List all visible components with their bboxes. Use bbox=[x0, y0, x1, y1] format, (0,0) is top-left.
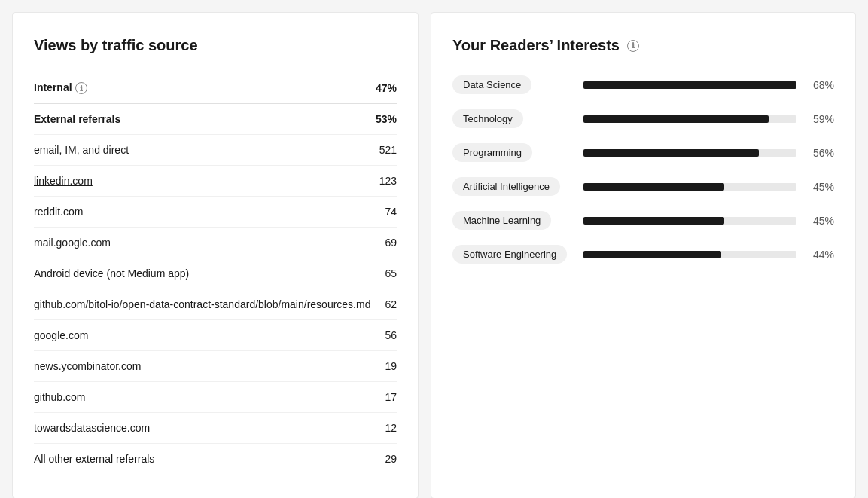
traffic-row: reddit.com74 bbox=[34, 197, 397, 228]
interest-bar-track bbox=[583, 81, 796, 89]
traffic-row: All other external referrals29 bbox=[34, 444, 397, 474]
traffic-label: google.com bbox=[34, 329, 385, 341]
interest-bar-container bbox=[583, 115, 796, 123]
traffic-value: 19 bbox=[385, 360, 397, 372]
interest-bar-container bbox=[583, 183, 796, 191]
interest-bar-fill bbox=[583, 183, 724, 191]
interest-percent-label: 45% bbox=[807, 215, 834, 227]
interest-tag-pill: Technology bbox=[452, 109, 523, 128]
interest-tag-pill: Machine Learning bbox=[452, 211, 551, 230]
traffic-label: mail.google.com bbox=[34, 237, 385, 249]
interest-bar-fill bbox=[583, 217, 724, 225]
interest-row: Machine Learning45% bbox=[452, 211, 834, 230]
interest-tag-pill: Artificial Intelligence bbox=[452, 177, 560, 196]
interest-bar-fill bbox=[583, 115, 769, 123]
interests-list: Data Science68%Technology59%Programming5… bbox=[452, 75, 834, 264]
interest-bar-track bbox=[583, 183, 796, 191]
traffic-row: github.com17 bbox=[34, 382, 397, 413]
interest-bar-fill bbox=[583, 149, 759, 157]
interest-tag-container: Programming bbox=[452, 143, 573, 162]
interests-panel-title: Your Readers’ Interests ℹ bbox=[452, 37, 834, 54]
traffic-row: Internalℹ47% bbox=[34, 72, 397, 104]
interest-bar-fill bbox=[583, 81, 796, 89]
interest-bar-container bbox=[583, 217, 796, 225]
interest-tag-container: Technology bbox=[452, 109, 573, 128]
traffic-row: External referrals53% bbox=[34, 104, 397, 135]
internal-info-icon[interactable]: ℹ bbox=[75, 82, 87, 94]
interest-bar-track bbox=[583, 149, 796, 157]
interest-tag-container: Data Science bbox=[452, 75, 573, 94]
traffic-value: 53% bbox=[376, 113, 397, 125]
traffic-row: Android device (not Medium app)65 bbox=[34, 258, 397, 289]
interest-tag-pill: Programming bbox=[452, 143, 532, 162]
traffic-rows: Internalℹ47%External referrals53%email, … bbox=[34, 72, 397, 474]
interest-tag-container: Machine Learning bbox=[452, 211, 573, 230]
traffic-row: github.com/bitol-io/open-data-contract-s… bbox=[34, 289, 397, 320]
traffic-label: reddit.com bbox=[34, 206, 385, 218]
traffic-value: 69 bbox=[385, 237, 397, 249]
traffic-value: 74 bbox=[385, 206, 397, 218]
interest-row: Artificial Intelligence45% bbox=[452, 177, 834, 196]
interest-bar-container bbox=[583, 81, 796, 89]
interest-percent-label: 59% bbox=[807, 113, 834, 125]
interests-panel: Your Readers’ Interests ℹ Data Science68… bbox=[431, 12, 856, 498]
traffic-value: 521 bbox=[379, 144, 397, 156]
traffic-label: Internalℹ bbox=[34, 81, 376, 94]
traffic-panel-title: Views by traffic source bbox=[34, 37, 397, 54]
traffic-label: email, IM, and direct bbox=[34, 144, 379, 156]
traffic-value: 17 bbox=[385, 391, 397, 403]
traffic-row: linkedin.com123 bbox=[34, 166, 397, 197]
traffic-value: 47% bbox=[376, 82, 397, 94]
interest-row: Programming56% bbox=[452, 143, 834, 162]
interest-percent-label: 45% bbox=[807, 181, 834, 193]
traffic-label: All other external referrals bbox=[34, 453, 385, 465]
interest-bar-track bbox=[583, 217, 796, 225]
interest-tag-container: Artificial Intelligence bbox=[452, 177, 573, 196]
interest-bar-fill bbox=[583, 251, 721, 258]
traffic-label: External referrals bbox=[34, 113, 376, 125]
interest-bar-container bbox=[583, 149, 796, 157]
interest-percent-label: 68% bbox=[807, 79, 834, 91]
traffic-value: 29 bbox=[385, 453, 397, 465]
traffic-label: github.com/bitol-io/open-data-contract-s… bbox=[34, 298, 385, 310]
traffic-link[interactable]: linkedin.com bbox=[34, 175, 93, 187]
traffic-row: towardsdatascience.com12 bbox=[34, 413, 397, 444]
interest-bar-container bbox=[583, 251, 796, 258]
interest-row: Data Science68% bbox=[452, 75, 834, 94]
traffic-value: 65 bbox=[385, 267, 397, 280]
traffic-label: news.ycombinator.com bbox=[34, 360, 385, 372]
traffic-value: 56 bbox=[385, 329, 397, 341]
traffic-row: google.com56 bbox=[34, 320, 397, 351]
interest-bar-track bbox=[583, 251, 796, 258]
traffic-value: 123 bbox=[379, 175, 397, 187]
traffic-label: Android device (not Medium app) bbox=[34, 267, 385, 280]
panels-container: Views by traffic source Internalℹ47%Exte… bbox=[12, 12, 856, 498]
traffic-label: towardsdatascience.com bbox=[34, 422, 385, 434]
traffic-panel: Views by traffic source Internalℹ47%Exte… bbox=[12, 12, 419, 498]
traffic-label: linkedin.com bbox=[34, 175, 379, 187]
traffic-label: github.com bbox=[34, 391, 385, 403]
interest-row: Technology59% bbox=[452, 109, 834, 128]
traffic-value: 62 bbox=[385, 298, 397, 310]
interest-tag-pill: Data Science bbox=[452, 75, 531, 94]
interests-info-icon[interactable]: ℹ bbox=[627, 40, 639, 52]
traffic-row: news.ycombinator.com19 bbox=[34, 351, 397, 382]
traffic-row: email, IM, and direct521 bbox=[34, 135, 397, 166]
interest-percent-label: 44% bbox=[807, 249, 834, 261]
interest-percent-label: 56% bbox=[807, 147, 834, 159]
interest-tag-container: Software Engineering bbox=[452, 245, 573, 264]
interest-row: Software Engineering44% bbox=[452, 245, 834, 264]
interest-bar-track bbox=[583, 115, 796, 123]
traffic-row: mail.google.com69 bbox=[34, 228, 397, 258]
interest-tag-pill: Software Engineering bbox=[452, 245, 567, 264]
traffic-value: 12 bbox=[385, 422, 397, 434]
